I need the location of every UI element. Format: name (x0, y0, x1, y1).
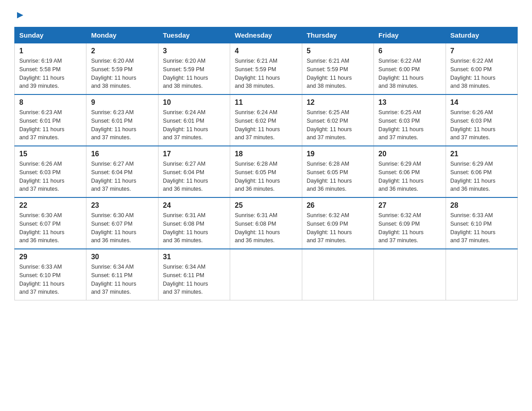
day-info: Sunrise: 6:33 AM Sunset: 6:10 PM Dayligh… (450, 211, 513, 245)
day-number: 3 (163, 47, 225, 55)
page-header (14, 11, 518, 21)
calendar-cell: 24 Sunrise: 6:31 AM Sunset: 6:08 PM Dayl… (158, 197, 230, 249)
calendar-cell: 4 Sunrise: 6:21 AM Sunset: 5:59 PM Dayli… (230, 43, 302, 94)
day-number: 6 (378, 47, 441, 55)
header-saturday: Saturday (446, 27, 517, 43)
calendar-cell: 8 Sunrise: 6:23 AM Sunset: 6:01 PM Dayli… (15, 94, 86, 146)
day-info: Sunrise: 6:29 AM Sunset: 6:06 PM Dayligh… (378, 160, 441, 193)
day-info: Sunrise: 6:28 AM Sunset: 6:05 PM Dayligh… (307, 160, 369, 193)
header-sunday: Sunday (15, 27, 86, 43)
header-tuesday: Tuesday (158, 27, 230, 43)
calendar-cell: 22 Sunrise: 6:30 AM Sunset: 6:07 PM Dayl… (15, 197, 86, 249)
calendar-cell: 20 Sunrise: 6:29 AM Sunset: 6:06 PM Dayl… (374, 146, 446, 197)
day-info: Sunrise: 6:25 AM Sunset: 6:03 PM Dayligh… (378, 108, 441, 142)
day-number: 21 (450, 150, 513, 158)
day-number: 29 (19, 253, 82, 261)
calendar-cell: 16 Sunrise: 6:27 AM Sunset: 6:04 PM Dayl… (86, 146, 158, 197)
calendar-cell: 12 Sunrise: 6:25 AM Sunset: 6:02 PM Dayl… (302, 94, 373, 146)
day-info: Sunrise: 6:25 AM Sunset: 6:02 PM Dayligh… (307, 108, 369, 142)
day-number: 25 (235, 201, 297, 210)
day-number: 7 (450, 47, 513, 55)
week-row-4: 22 Sunrise: 6:30 AM Sunset: 6:07 PM Dayl… (15, 197, 518, 249)
day-number: 23 (91, 201, 153, 210)
day-info: Sunrise: 6:33 AM Sunset: 6:10 PM Dayligh… (19, 263, 82, 296)
calendar-cell: 15 Sunrise: 6:26 AM Sunset: 6:03 PM Dayl… (15, 146, 86, 197)
day-info: Sunrise: 6:30 AM Sunset: 6:07 PM Dayligh… (19, 211, 82, 245)
day-info: Sunrise: 6:23 AM Sunset: 6:01 PM Dayligh… (19, 108, 82, 142)
calendar-cell: 21 Sunrise: 6:29 AM Sunset: 6:06 PM Dayl… (446, 146, 517, 197)
weekday-header-row: SundayMondayTuesdayWednesdayThursdayFrid… (15, 27, 518, 43)
calendar-cell: 18 Sunrise: 6:28 AM Sunset: 6:05 PM Dayl… (230, 146, 302, 197)
day-number: 22 (19, 201, 82, 210)
calendar-cell (302, 249, 373, 300)
day-number: 28 (450, 201, 513, 210)
calendar-cell: 13 Sunrise: 6:25 AM Sunset: 6:03 PM Dayl… (374, 94, 446, 146)
calendar-cell: 31 Sunrise: 6:34 AM Sunset: 6:11 PM Dayl… (158, 249, 230, 300)
week-row-3: 15 Sunrise: 6:26 AM Sunset: 6:03 PM Dayl… (15, 146, 518, 197)
day-number: 30 (91, 253, 153, 261)
logo (14, 11, 24, 21)
week-row-2: 8 Sunrise: 6:23 AM Sunset: 6:01 PM Dayli… (15, 94, 518, 146)
calendar-table: SundayMondayTuesdayWednesdayThursdayFrid… (14, 27, 518, 300)
calendar-cell: 6 Sunrise: 6:22 AM Sunset: 6:00 PM Dayli… (374, 43, 446, 94)
calendar-cell (230, 249, 302, 300)
day-number: 10 (163, 98, 225, 107)
calendar-cell: 28 Sunrise: 6:33 AM Sunset: 6:10 PM Dayl… (446, 197, 517, 249)
week-row-5: 29 Sunrise: 6:33 AM Sunset: 6:10 PM Dayl… (15, 249, 518, 300)
day-info: Sunrise: 6:30 AM Sunset: 6:07 PM Dayligh… (91, 211, 153, 245)
day-info: Sunrise: 6:20 AM Sunset: 5:59 PM Dayligh… (163, 57, 225, 90)
day-info: Sunrise: 6:32 AM Sunset: 6:09 PM Dayligh… (307, 211, 369, 245)
day-info: Sunrise: 6:21 AM Sunset: 5:59 PM Dayligh… (235, 57, 297, 90)
calendar-cell: 30 Sunrise: 6:34 AM Sunset: 6:11 PM Dayl… (86, 249, 158, 300)
day-info: Sunrise: 6:22 AM Sunset: 6:00 PM Dayligh… (378, 57, 441, 90)
calendar-cell: 14 Sunrise: 6:26 AM Sunset: 6:03 PM Dayl… (446, 94, 517, 146)
week-row-1: 1 Sunrise: 6:19 AM Sunset: 5:58 PM Dayli… (15, 43, 518, 94)
day-info: Sunrise: 6:31 AM Sunset: 6:08 PM Dayligh… (235, 211, 297, 245)
day-number: 31 (163, 253, 225, 261)
calendar-cell: 10 Sunrise: 6:24 AM Sunset: 6:01 PM Dayl… (158, 94, 230, 146)
day-number: 4 (235, 47, 297, 55)
day-info: Sunrise: 6:26 AM Sunset: 6:03 PM Dayligh… (450, 108, 513, 142)
day-info: Sunrise: 6:19 AM Sunset: 5:58 PM Dayligh… (19, 57, 82, 90)
day-number: 17 (163, 150, 225, 158)
day-info: Sunrise: 6:34 AM Sunset: 6:11 PM Dayligh… (163, 263, 225, 296)
calendar-cell (374, 249, 446, 300)
calendar-cell: 9 Sunrise: 6:23 AM Sunset: 6:01 PM Dayli… (86, 94, 158, 146)
svg-marker-0 (17, 12, 23, 18)
day-number: 8 (19, 98, 82, 107)
header-friday: Friday (374, 27, 446, 43)
calendar-cell: 23 Sunrise: 6:30 AM Sunset: 6:07 PM Dayl… (86, 197, 158, 249)
header-monday: Monday (86, 27, 158, 43)
day-info: Sunrise: 6:22 AM Sunset: 6:00 PM Dayligh… (450, 57, 513, 90)
day-info: Sunrise: 6:20 AM Sunset: 5:59 PM Dayligh… (91, 57, 153, 90)
day-info: Sunrise: 6:28 AM Sunset: 6:05 PM Dayligh… (235, 160, 297, 193)
day-number: 5 (307, 47, 369, 55)
day-number: 24 (163, 201, 225, 210)
day-number: 26 (307, 201, 369, 210)
calendar-cell: 26 Sunrise: 6:32 AM Sunset: 6:09 PM Dayl… (302, 197, 373, 249)
logo-arrow-icon (16, 11, 24, 19)
day-info: Sunrise: 6:34 AM Sunset: 6:11 PM Dayligh… (91, 263, 153, 296)
calendar-cell: 11 Sunrise: 6:24 AM Sunset: 6:02 PM Dayl… (230, 94, 302, 146)
day-info: Sunrise: 6:31 AM Sunset: 6:08 PM Dayligh… (163, 211, 225, 245)
calendar-cell (446, 249, 517, 300)
day-number: 27 (378, 201, 441, 210)
day-info: Sunrise: 6:24 AM Sunset: 6:01 PM Dayligh… (163, 108, 225, 142)
day-number: 18 (235, 150, 297, 158)
day-info: Sunrise: 6:29 AM Sunset: 6:06 PM Dayligh… (450, 160, 513, 193)
day-number: 20 (378, 150, 441, 158)
day-info: Sunrise: 6:26 AM Sunset: 6:03 PM Dayligh… (19, 160, 82, 193)
day-info: Sunrise: 6:27 AM Sunset: 6:04 PM Dayligh… (163, 160, 225, 193)
calendar-cell: 19 Sunrise: 6:28 AM Sunset: 6:05 PM Dayl… (302, 146, 373, 197)
logo-blue-text (14, 11, 24, 21)
calendar-cell: 3 Sunrise: 6:20 AM Sunset: 5:59 PM Dayli… (158, 43, 230, 94)
calendar-cell: 2 Sunrise: 6:20 AM Sunset: 5:59 PM Dayli… (86, 43, 158, 94)
day-info: Sunrise: 6:27 AM Sunset: 6:04 PM Dayligh… (91, 160, 153, 193)
day-number: 1 (19, 47, 82, 55)
day-info: Sunrise: 6:32 AM Sunset: 6:09 PM Dayligh… (378, 211, 441, 245)
day-number: 14 (450, 98, 513, 107)
day-number: 9 (91, 98, 153, 107)
day-number: 12 (307, 98, 369, 107)
calendar-cell: 5 Sunrise: 6:21 AM Sunset: 5:59 PM Dayli… (302, 43, 373, 94)
header-wednesday: Wednesday (230, 27, 302, 43)
